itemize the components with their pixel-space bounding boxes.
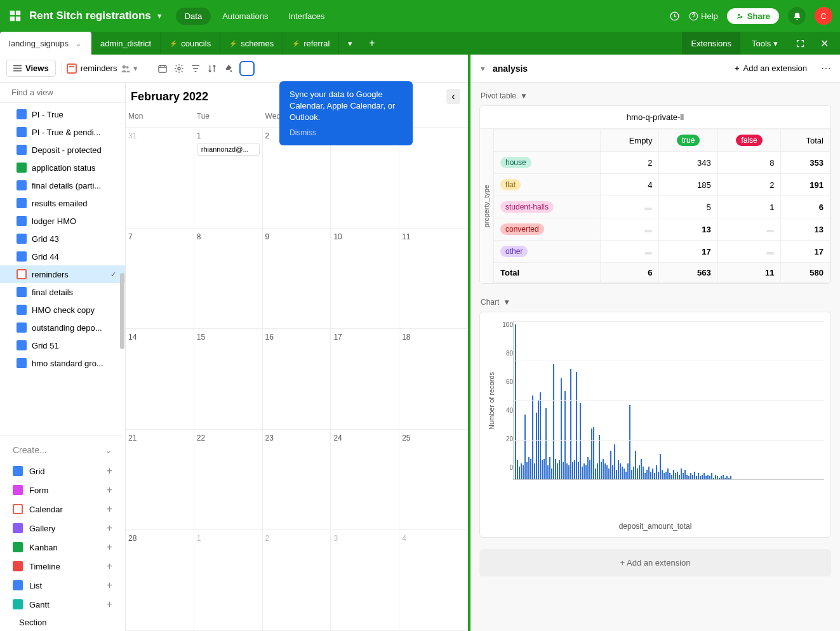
calendar-cell[interactable]: 10 [331, 229, 399, 329]
chart-bar[interactable] [523, 465, 524, 479]
history-icon[interactable] [669, 11, 680, 22]
table-tab-admin_district[interactable]: admin_district [91, 32, 161, 55]
calendar-prev-button[interactable]: ‹ [446, 89, 460, 104]
sidebar-view-item[interactable]: PI - True & pendi... [0, 123, 125, 141]
calendar-cell[interactable]: 11 [399, 229, 468, 329]
chart-bar[interactable] [591, 428, 592, 479]
chart-bar[interactable] [528, 457, 530, 479]
chart-bar[interactable] [692, 475, 693, 479]
sidebar-scrollbar[interactable] [120, 273, 124, 349]
top-tab-automations[interactable]: Automations [213, 8, 277, 25]
notifications-icon[interactable] [788, 7, 806, 25]
chart-bar[interactable] [715, 475, 716, 479]
chart-bar[interactable] [721, 476, 722, 479]
chart-bar[interactable] [614, 444, 615, 479]
calendar-cell[interactable]: 1rhiannonzd@... [194, 128, 263, 229]
chart-bar[interactable] [543, 459, 545, 479]
chart-bar[interactable] [604, 463, 606, 479]
chart-bar[interactable] [726, 476, 728, 479]
sidebar-view-item[interactable]: reminders✓ [0, 265, 125, 283]
chart-bar[interactable] [702, 475, 703, 479]
sidebar-view-item[interactable]: final details (parti... [0, 176, 125, 194]
chart-bar[interactable] [576, 372, 577, 479]
chart-bar[interactable] [597, 463, 598, 479]
chart-bar[interactable] [709, 476, 710, 479]
chart-bar[interactable] [637, 468, 638, 479]
chart-bar[interactable] [524, 415, 526, 479]
calendar-cell[interactable]: 16 [263, 329, 331, 430]
chart-bar[interactable] [553, 364, 554, 479]
chart-bar[interactable] [519, 467, 520, 479]
calendar-cell[interactable]: 15 [194, 329, 263, 430]
chart-bar[interactable] [545, 408, 547, 479]
chart-bar[interactable] [700, 476, 701, 479]
table-tab-schemes[interactable]: ⚡schemes [220, 32, 283, 55]
chart-bar[interactable] [515, 324, 516, 479]
chart-bar[interactable] [719, 478, 720, 479]
chart-bar[interactable] [555, 459, 556, 479]
chart-section-label[interactable]: Chart ▼ [479, 295, 831, 312]
chart-bar[interactable] [629, 405, 630, 479]
calendar-cell[interactable]: 14 [126, 329, 194, 430]
chart-bar[interactable] [603, 459, 604, 479]
calendar-cell[interactable]: 24 [331, 430, 399, 531]
chart-bar[interactable] [641, 459, 642, 479]
chart-bar[interactable] [559, 460, 560, 479]
table-tab-referral[interactable]: ⚡referral [283, 32, 339, 55]
chart-bar[interactable] [580, 403, 581, 479]
add-extension-button[interactable]: + Add an extension [735, 63, 807, 73]
share-button[interactable]: Share [727, 8, 779, 24]
chart-bar[interactable] [538, 401, 539, 480]
chart-bar[interactable] [656, 465, 657, 479]
chart-bar[interactable] [679, 475, 680, 479]
create-section-toggle[interactable]: Create... ⌄ [0, 439, 125, 462]
chart-bar[interactable] [625, 472, 627, 479]
views-button[interactable]: Views [6, 60, 56, 77]
chart-bar[interactable] [643, 467, 644, 479]
sidebar-view-item[interactable]: PI - True [0, 105, 125, 123]
chart-bar[interactable] [620, 463, 621, 479]
chart-bar[interactable] [587, 457, 589, 479]
table-tab-landing_signups[interactable]: landing_signups⌄ [0, 32, 91, 55]
create-view-form[interactable]: Form+ [0, 481, 125, 500]
extension-collapse-icon[interactable]: ▼ [479, 65, 486, 72]
chart-bar[interactable] [589, 460, 590, 479]
top-tab-data[interactable]: Data [176, 8, 211, 25]
share-sync-icon[interactable] [239, 61, 255, 76]
chart-bar[interactable] [622, 467, 623, 479]
calendar-cell[interactable]: 22 [194, 430, 263, 531]
chart-bar[interactable] [574, 460, 575, 479]
collaborators-icon[interactable]: ▾ [121, 63, 138, 73]
chart-bar[interactable] [549, 457, 550, 479]
more-tabs-chevron[interactable]: ▾ [339, 32, 361, 55]
chart-bar[interactable] [703, 473, 705, 479]
chart-bar[interactable] [570, 369, 571, 479]
calendar-cell[interactable]: 21 [126, 430, 194, 531]
chart-bar[interactable] [650, 472, 651, 479]
calendar-cell[interactable]: 9 [263, 229, 331, 329]
chart-bar[interactable] [663, 473, 665, 479]
chart-bar[interactable] [564, 391, 566, 479]
calendar-cell[interactable]: 31 [126, 128, 194, 229]
top-tab-interfaces[interactable]: Interfaces [279, 8, 333, 25]
chart-bar[interactable] [724, 478, 726, 479]
chart-bar[interactable] [671, 475, 672, 479]
chart-bar[interactable] [717, 476, 718, 479]
create-view-kanban[interactable]: Kanban+ [0, 538, 125, 557]
chart-bar[interactable] [595, 468, 596, 479]
sidebar-view-item[interactable]: Grid 51 [0, 336, 125, 354]
chart-bar[interactable] [517, 460, 518, 479]
chart-bar[interactable] [599, 435, 600, 479]
chart-bar[interactable] [618, 460, 619, 479]
calendar-cell[interactable]: 23 [263, 430, 331, 531]
chart-bar[interactable] [665, 472, 667, 479]
calendar-cell[interactable]: 7 [126, 229, 194, 329]
chart-bar[interactable] [593, 427, 594, 479]
calendar-settings-icon[interactable] [157, 63, 168, 74]
chart-bar[interactable] [521, 463, 522, 479]
app-menu-chevron[interactable]: ▼ [156, 12, 163, 20]
filter-icon[interactable] [190, 63, 201, 74]
chart-bar[interactable] [673, 470, 674, 479]
chart-bar[interactable] [730, 476, 731, 479]
chart-bar[interactable] [530, 459, 531, 479]
